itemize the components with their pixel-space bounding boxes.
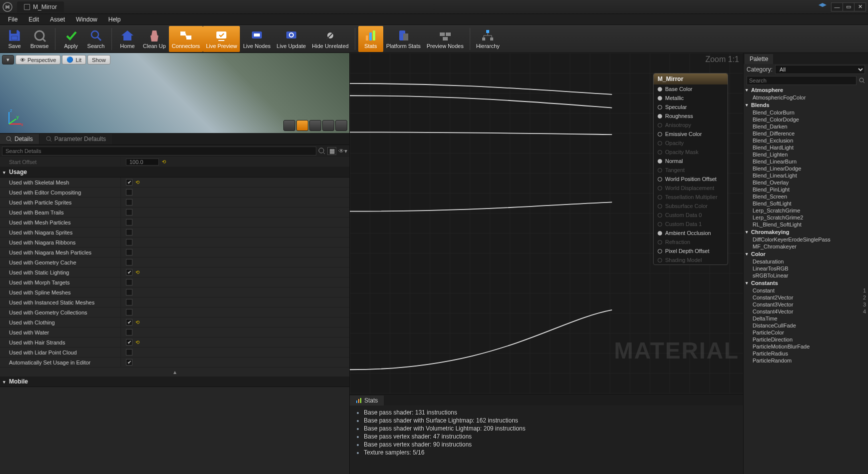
checkbox[interactable] <box>126 359 132 366</box>
palette-item[interactable]: Blend_ColorBurn <box>744 109 868 116</box>
toolbar-connectors-button[interactable]: Connectors <box>169 26 203 52</box>
category-select[interactable]: All <box>775 65 865 74</box>
palette-item[interactable]: LinearTosRGB <box>744 265 868 272</box>
palette-item[interactable]: ParticleRandom <box>744 357 868 364</box>
checkbox[interactable] <box>126 349 132 356</box>
reset-icon[interactable]: ⟲ <box>135 180 139 185</box>
palette-item[interactable]: Constant3Vector3 <box>744 301 868 308</box>
search-icon[interactable] <box>318 148 325 154</box>
palette-item[interactable]: ParticleDirection <box>744 336 868 343</box>
checkbox[interactable] <box>126 339 132 346</box>
palette-item[interactable]: RL_Blend_SoftLight <box>744 221 868 228</box>
checkbox[interactable] <box>126 309 132 316</box>
tab-stats[interactable]: Stats <box>350 396 384 406</box>
tab-palette[interactable]: Palette <box>745 54 773 64</box>
palette-item[interactable]: sRGBToLinear <box>744 272 868 279</box>
checkbox[interactable] <box>126 179 132 186</box>
expand-more-icon[interactable]: ▴ <box>0 368 349 376</box>
palette-item[interactable]: Constant2Vector2 <box>744 294 868 301</box>
palette-item[interactable]: Lerp_ScratchGrime2 <box>744 214 868 221</box>
preview-viewport[interactable]: ▾ 👁 Perspective 🔵 Lit Show z x y <box>0 53 349 133</box>
checkbox[interactable] <box>126 319 132 326</box>
material-graph[interactable]: Zoom 1:1 MATERIAL M_Mirror Base ColorMet… <box>350 53 743 394</box>
toolbar-preview-nodes-button[interactable]: Preview Nodes <box>424 26 467 52</box>
toolbar-apply-button[interactable]: Apply <box>58 26 83 52</box>
shape-cube-button[interactable] <box>322 120 334 131</box>
palette-item[interactable]: Blend_Difference <box>744 130 868 137</box>
palette-item[interactable]: AtmosphericFogColor <box>744 94 868 101</box>
pin-roughness[interactable]: Roughness <box>654 112 728 120</box>
maximize-button[interactable]: ▭ <box>843 2 855 12</box>
close-button[interactable]: ✕ <box>854 2 866 12</box>
pin-pixel-depth-offset[interactable]: Pixel Depth Offset <box>654 246 728 256</box>
checkbox[interactable] <box>126 209 132 216</box>
checkbox[interactable] <box>126 259 132 266</box>
palette-search-input[interactable] <box>747 76 857 85</box>
palette-item[interactable]: Blend_LinearDodge <box>744 165 868 172</box>
palette-category-blends[interactable]: Blends <box>744 101 868 109</box>
tab-details[interactable]: Details <box>0 134 39 144</box>
toolbar-live-nodes-button[interactable]: Live Nodes <box>240 26 273 52</box>
palette-item[interactable]: Blend_HardLight <box>744 144 868 151</box>
shape-teapot-button[interactable] <box>335 120 347 131</box>
palette-category-color[interactable]: Color <box>744 250 868 258</box>
menu-asset[interactable]: Asset <box>45 15 70 24</box>
toolbar-home-button[interactable]: Home <box>115 26 140 52</box>
checkbox[interactable] <box>126 199 132 206</box>
toolbar-stats-button[interactable]: Stats <box>358 26 383 52</box>
lit-button[interactable]: 🔵 Lit <box>62 55 86 64</box>
palette-item[interactable]: Blend_Screen <box>744 193 868 200</box>
palette-item[interactable]: Desaturation <box>744 258 868 265</box>
palette-item[interactable]: Blend_Lighten <box>744 151 868 158</box>
details-search-input[interactable] <box>2 146 316 156</box>
category-usage[interactable]: Usage <box>0 167 349 178</box>
palette-item[interactable]: Constant1 <box>744 287 868 294</box>
palette-item[interactable]: Blend_PinLight <box>744 186 868 193</box>
menu-edit[interactable]: Edit <box>23 15 44 24</box>
palette-category-chromakeying[interactable]: Chromakeying <box>744 228 868 236</box>
checkbox[interactable] <box>126 279 132 286</box>
view-options-button[interactable]: ▦ <box>327 147 336 155</box>
minimize-button[interactable]: — <box>831 2 843 12</box>
checkbox[interactable] <box>126 269 132 276</box>
show-button[interactable]: Show <box>87 55 110 64</box>
pin-base-color[interactable]: Base Color <box>654 84 728 94</box>
palette-item[interactable]: Lerp_ScratchGrime <box>744 207 868 214</box>
document-tab[interactable]: M_Mirror <box>17 2 64 12</box>
palette-item[interactable]: Blend_Overlay <box>744 179 868 186</box>
search-icon[interactable] <box>859 78 865 84</box>
palette-item[interactable]: ParticleRadius <box>744 350 868 357</box>
toolbar-search-button[interactable]: Search <box>83 26 108 52</box>
pin-specular[interactable]: Specular <box>654 102 728 112</box>
material-output-node[interactable]: M_Mirror Base ColorMetallicSpecularRough… <box>653 73 728 265</box>
pin-world-position-offset[interactable]: World Position Offset <box>654 174 728 184</box>
checkbox[interactable] <box>126 299 132 306</box>
palette-item[interactable]: Constant4Vector4 <box>744 308 868 315</box>
checkbox[interactable] <box>126 189 132 196</box>
toolbar-browse-button[interactable]: Browse <box>27 26 52 52</box>
toolbar-save-button[interactable]: Save <box>2 26 27 52</box>
palette-item[interactable]: DiffColorKeyerErodeSinglePass <box>744 236 868 243</box>
perspective-button[interactable]: 👁 Perspective <box>15 55 60 64</box>
palette-category-constants[interactable]: Constants <box>744 279 868 287</box>
toolbar-hierarchy-button[interactable]: Hierarchy <box>473 26 503 52</box>
pin-ambient-occlusion[interactable]: Ambient Occlusion <box>654 228 728 238</box>
checkbox[interactable] <box>126 329 132 336</box>
checkbox[interactable] <box>126 229 132 236</box>
checkbox[interactable] <box>126 249 132 256</box>
shape-plane-button[interactable] <box>309 120 321 131</box>
toolbar-live-preview-button[interactable]: Live Preview <box>203 26 240 52</box>
menu-help[interactable]: Help <box>103 15 126 24</box>
palette-item[interactable]: ParticleColor <box>744 329 868 336</box>
reset-icon[interactable]: ⟲ <box>135 270 139 275</box>
checkbox[interactable] <box>126 239 132 246</box>
reset-icon[interactable]: ⟲ <box>135 320 139 325</box>
pin-emissive-color[interactable]: Emissive Color <box>654 130 728 138</box>
checkbox[interactable] <box>126 219 132 226</box>
palette-category-atmosphere[interactable]: Atmosphere <box>744 86 868 94</box>
toolbar-clean-up-button[interactable]: Clean Up <box>140 26 169 52</box>
prop-start-offset-value[interactable]: 100.0 ⟲ <box>121 158 166 166</box>
shape-cylinder-button[interactable] <box>283 120 295 131</box>
eye-toggle-button[interactable]: 👁▾ <box>338 148 347 154</box>
toolbar-platform-stats-button[interactable]: Platform Stats <box>383 26 424 52</box>
